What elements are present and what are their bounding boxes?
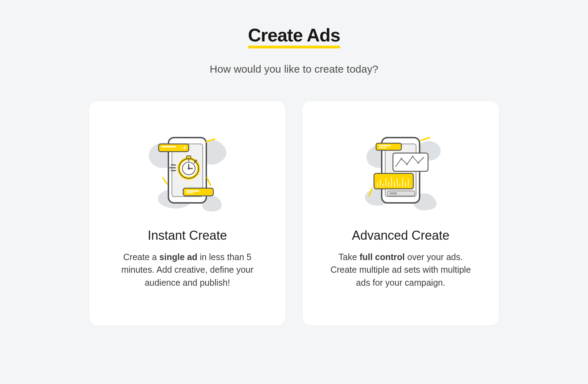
svg-point-15 [188, 167, 190, 170]
svg-rect-32 [379, 147, 387, 148]
advanced-create-card[interactable]: Advanced Create Take full control over y… [302, 101, 499, 326]
svg-rect-52 [389, 192, 397, 194]
svg-rect-17 [161, 146, 176, 147]
svg-point-37 [417, 162, 419, 164]
instant-create-illustration [142, 122, 233, 213]
svg-rect-31 [379, 145, 391, 146]
text-fragment: Take [339, 252, 360, 262]
svg-point-34 [401, 158, 402, 160]
page-subtitle: How would you like to create today? [210, 63, 378, 75]
svg-rect-30 [376, 143, 401, 150]
instant-create-description: Create a single ad in less than 5 minute… [114, 251, 261, 289]
text-bold: full control [360, 252, 405, 262]
instant-create-title: Instant Create [148, 228, 227, 243]
advanced-create-title: Advanced Create [352, 228, 449, 243]
option-cards: Instant Create Create a single ad in les… [89, 101, 499, 326]
svg-line-24 [207, 178, 211, 185]
svg-rect-33 [393, 153, 428, 171]
svg-rect-22 [186, 192, 194, 193]
analytics-phone-icon [355, 122, 446, 213]
stopwatch-phone-icon [142, 122, 233, 213]
advanced-create-illustration [355, 122, 446, 213]
instant-create-card[interactable]: Instant Create Create a single ad in les… [89, 101, 286, 326]
svg-rect-10 [187, 156, 191, 159]
svg-line-53 [421, 138, 429, 140]
text-fragment: Create a [123, 252, 159, 262]
svg-rect-21 [186, 190, 199, 192]
svg-point-36 [412, 156, 414, 158]
svg-rect-38 [374, 173, 413, 189]
text-bold: single ad [159, 252, 197, 262]
svg-rect-20 [183, 188, 213, 196]
advanced-create-description: Take full control over your ads. Create … [327, 251, 474, 289]
svg-point-35 [406, 164, 408, 165]
svg-line-25 [163, 178, 167, 184]
page-title: Create Ads [248, 25, 340, 48]
